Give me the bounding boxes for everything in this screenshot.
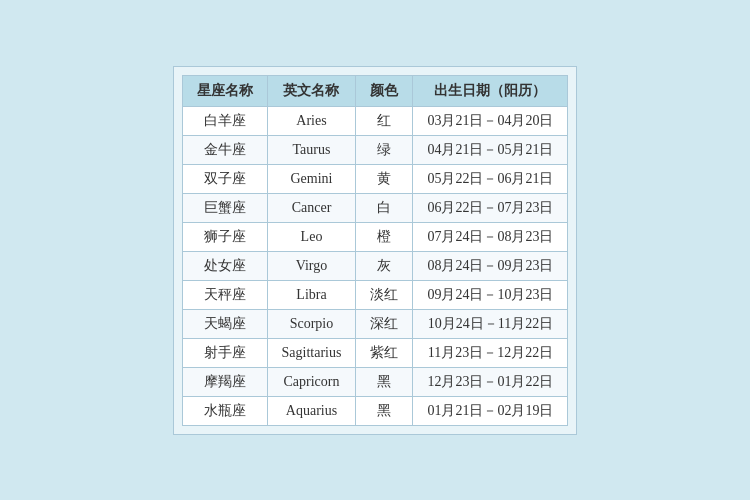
- cell-color: 红: [356, 106, 413, 135]
- cell-english: Cancer: [267, 193, 356, 222]
- cell-color: 黑: [356, 396, 413, 425]
- table-row: 天秤座Libra淡红09月24日－10月23日: [182, 280, 568, 309]
- cell-color: 白: [356, 193, 413, 222]
- cell-english: Capricorn: [267, 367, 356, 396]
- col-header-chinese: 星座名称: [182, 75, 267, 106]
- zodiac-table: 星座名称 英文名称 颜色 出生日期（阳历） 白羊座Aries红03月21日－04…: [182, 75, 569, 426]
- cell-color: 淡红: [356, 280, 413, 309]
- cell-english: Taurus: [267, 135, 356, 164]
- table-row: 白羊座Aries红03月21日－04月20日: [182, 106, 568, 135]
- cell-dates: 04月21日－05月21日: [413, 135, 568, 164]
- cell-color: 绿: [356, 135, 413, 164]
- cell-dates: 08月24日－09月23日: [413, 251, 568, 280]
- cell-dates: 06月22日－07月23日: [413, 193, 568, 222]
- cell-dates: 09月24日－10月23日: [413, 280, 568, 309]
- col-header-color: 颜色: [356, 75, 413, 106]
- cell-english: Leo: [267, 222, 356, 251]
- zodiac-table-wrapper: 星座名称 英文名称 颜色 出生日期（阳历） 白羊座Aries红03月21日－04…: [173, 66, 578, 435]
- cell-dates: 03月21日－04月20日: [413, 106, 568, 135]
- cell-dates: 01月21日－02月19日: [413, 396, 568, 425]
- cell-chinese: 天蝎座: [182, 309, 267, 338]
- table-row: 双子座Gemini黄05月22日－06月21日: [182, 164, 568, 193]
- table-row: 狮子座Leo橙07月24日－08月23日: [182, 222, 568, 251]
- cell-chinese: 天秤座: [182, 280, 267, 309]
- cell-color: 紫红: [356, 338, 413, 367]
- cell-dates: 05月22日－06月21日: [413, 164, 568, 193]
- cell-dates: 11月23日－12月22日: [413, 338, 568, 367]
- cell-color: 橙: [356, 222, 413, 251]
- cell-english: Virgo: [267, 251, 356, 280]
- table-header-row: 星座名称 英文名称 颜色 出生日期（阳历）: [182, 75, 568, 106]
- cell-color: 黄: [356, 164, 413, 193]
- table-row: 射手座Sagittarius紫红11月23日－12月22日: [182, 338, 568, 367]
- cell-english: Aries: [267, 106, 356, 135]
- cell-chinese: 巨蟹座: [182, 193, 267, 222]
- cell-dates: 07月24日－08月23日: [413, 222, 568, 251]
- cell-dates: 10月24日－11月22日: [413, 309, 568, 338]
- cell-chinese: 处女座: [182, 251, 267, 280]
- cell-chinese: 金牛座: [182, 135, 267, 164]
- cell-chinese: 双子座: [182, 164, 267, 193]
- col-header-english: 英文名称: [267, 75, 356, 106]
- table-row: 天蝎座Scorpio深红10月24日－11月22日: [182, 309, 568, 338]
- cell-english: Libra: [267, 280, 356, 309]
- cell-english: Aquarius: [267, 396, 356, 425]
- cell-color: 深红: [356, 309, 413, 338]
- cell-chinese: 射手座: [182, 338, 267, 367]
- cell-chinese: 摩羯座: [182, 367, 267, 396]
- table-row: 巨蟹座Cancer白06月22日－07月23日: [182, 193, 568, 222]
- table-row: 水瓶座Aquarius黑01月21日－02月19日: [182, 396, 568, 425]
- col-header-dates: 出生日期（阳历）: [413, 75, 568, 106]
- table-row: 处女座Virgo灰08月24日－09月23日: [182, 251, 568, 280]
- cell-english: Gemini: [267, 164, 356, 193]
- cell-chinese: 白羊座: [182, 106, 267, 135]
- table-row: 摩羯座Capricorn黑12月23日－01月22日: [182, 367, 568, 396]
- cell-dates: 12月23日－01月22日: [413, 367, 568, 396]
- cell-english: Scorpio: [267, 309, 356, 338]
- cell-color: 灰: [356, 251, 413, 280]
- cell-english: Sagittarius: [267, 338, 356, 367]
- cell-chinese: 狮子座: [182, 222, 267, 251]
- cell-chinese: 水瓶座: [182, 396, 267, 425]
- table-row: 金牛座Taurus绿04月21日－05月21日: [182, 135, 568, 164]
- cell-color: 黑: [356, 367, 413, 396]
